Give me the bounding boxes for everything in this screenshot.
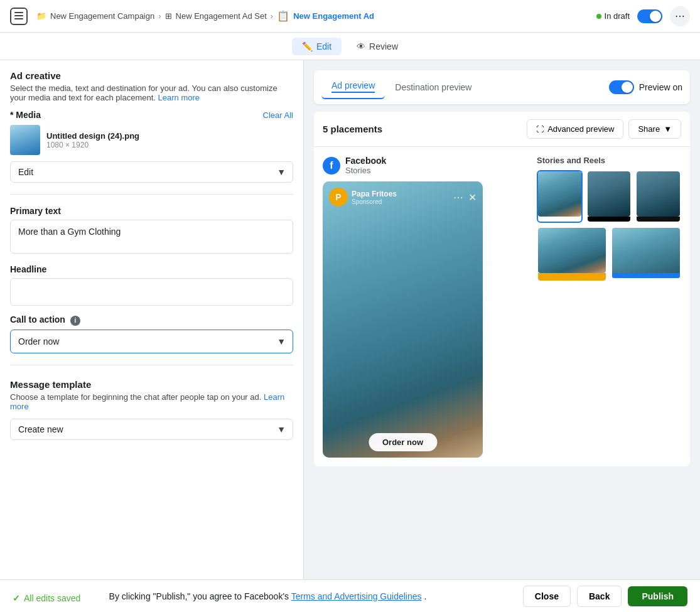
breadcrumb-campaign[interactable]: New Engagement Campaign	[50, 11, 154, 21]
thumbnail-3[interactable]	[635, 170, 681, 223]
preview-on-toggle: Preview on	[609, 80, 682, 94]
placement-name: Stories	[345, 166, 386, 175]
menu-icon	[14, 12, 23, 21]
bottom-actions: Close Back Publish	[523, 586, 687, 607]
section-title: Ad creative	[10, 70, 293, 81]
primary-text-label: Primary text	[10, 206, 293, 216]
draft-toggle[interactable]	[637, 9, 662, 23]
close-button[interactable]: Close	[523, 586, 571, 607]
headline-input[interactable]: Chat in Messenger	[10, 278, 293, 306]
ad-preview-tab[interactable]: Ad preview	[321, 75, 385, 99]
all-edits-saved: ✓ All edits saved	[13, 593, 80, 603]
thumbnails-grid-top	[537, 170, 681, 223]
cta-select[interactable]: Order now	[10, 330, 293, 353]
advanced-preview-button[interactable]: ⛶ Advanced preview	[527, 119, 623, 139]
breadcrumb-icon-adset: ⊞	[165, 11, 172, 21]
headline-label: Headline	[10, 264, 293, 274]
placements-header: 5 placements ⛶ Advanced preview Share ▼	[314, 112, 690, 147]
placements-count: 5 placements	[323, 124, 527, 134]
thumbnail-2[interactable]	[586, 170, 632, 223]
media-header: * Media Clear All	[10, 110, 293, 120]
divider-2	[10, 365, 293, 365]
media-label: * Media	[10, 110, 41, 120]
preview-tabs-bar: Ad preview Destination preview Preview o…	[314, 70, 690, 104]
cta-select-wrapper: Order now ▼	[10, 330, 293, 353]
stories-reels-label: Stories and Reels	[537, 156, 681, 165]
nav-right: In draft ⋯	[596, 6, 690, 26]
review-tab[interactable]: 👁 Review	[347, 38, 408, 55]
status-badge: In draft	[596, 11, 630, 21]
chevron-down-icon: ▼	[277, 167, 286, 177]
thumbnail-4[interactable]	[537, 227, 607, 282]
main-layout: Ad creative Select the media, text and d…	[0, 60, 700, 579]
story-user-info: Papa Fritoes Sponsored	[352, 190, 453, 205]
create-new-wrapper: Create new ▼	[10, 419, 293, 440]
divider	[10, 194, 293, 195]
breadcrumb-icon-campaign: 📁	[36, 11, 46, 21]
main-preview: f Facebook Stories P Papa Frito	[323, 156, 527, 458]
thumbnail-5[interactable]	[611, 227, 681, 282]
sub-nav: ✏️ Edit 👁 Review	[0, 33, 700, 60]
clear-all-button[interactable]: Clear All	[263, 110, 293, 120]
learn-more-link[interactable]: Learn more	[158, 93, 200, 102]
msg-template-title: Message template	[10, 379, 293, 390]
share-button[interactable]: Share ▼	[628, 119, 681, 139]
platform-name: Facebook	[345, 156, 386, 166]
destination-preview-tab[interactable]: Destination preview	[385, 77, 482, 97]
right-panel: Ad preview Destination preview Preview o…	[304, 60, 700, 579]
story-preview-card: P Papa Fritoes Sponsored ⋯ ✕	[323, 181, 483, 458]
more-dots-icon[interactable]: ⋯	[453, 191, 463, 203]
status-dot	[596, 14, 601, 19]
primary-text-input[interactable]: More than a Gym Clothing	[10, 220, 293, 254]
media-info: Untitled design (24).png 1080 × 1920	[46, 131, 293, 149]
checkmark-icon: ✓	[13, 593, 20, 603]
publish-button[interactable]: Publish	[628, 586, 687, 606]
close-story-icon[interactable]: ✕	[468, 191, 477, 203]
platform-header: f Facebook Stories	[323, 156, 527, 175]
chevron-down-share-icon: ▼	[664, 124, 672, 134]
thumbnails-grid-bottom	[537, 227, 681, 282]
eye-icon: 👁	[357, 41, 365, 51]
thumbnail-1[interactable]	[537, 170, 583, 223]
top-nav: 📁 New Engagement Campaign › ⊞ New Engage…	[0, 0, 700, 33]
facebook-icon: f	[323, 157, 340, 174]
create-new-dropdown[interactable]: Create new ▼	[10, 419, 293, 440]
edit-icon: ✏️	[302, 41, 313, 51]
media-filename: Untitled design (24).png	[46, 131, 293, 141]
story-avatar: P	[329, 188, 348, 207]
edit-dropdown[interactable]: Edit ▼	[10, 161, 293, 183]
section-desc: Select the media, text and destination f…	[10, 83, 293, 102]
bottom-bar: ✓ All edits saved By clicking "Publish,"…	[0, 579, 700, 612]
expand-icon: ⛶	[536, 125, 544, 134]
edit-dropdown-wrapper: Edit ▼	[10, 161, 293, 183]
legal-link[interactable]: Terms and Advertising Guidelines	[291, 591, 422, 601]
preview-content: f Facebook Stories P Papa Frito	[314, 147, 690, 466]
thumbnails-panel: Stories and Reels	[537, 156, 681, 458]
create-new-chevron-icon: ▼	[277, 424, 286, 434]
media-item: Untitled design (24).png 1080 × 1920	[10, 125, 293, 155]
info-icon[interactable]: i	[70, 316, 80, 326]
back-button[interactable]: Back	[577, 586, 622, 607]
story-actions: ⋯ ✕	[453, 191, 477, 203]
story-image	[323, 181, 483, 458]
media-thumbnail	[10, 125, 40, 155]
edit-tab[interactable]: ✏️ Edit	[292, 38, 342, 55]
preview-toggle-switch[interactable]	[609, 80, 634, 94]
breadcrumb-ad[interactable]: New Engagement Ad	[293, 11, 374, 21]
breadcrumb-adset[interactable]: New Engagement Ad Set	[176, 11, 267, 21]
left-panel: Ad creative Select the media, text and d…	[0, 60, 304, 579]
more-options-button[interactable]: ⋯	[670, 6, 690, 26]
msg-template-section: Message template Choose a template for b…	[10, 377, 293, 440]
sidebar-toggle[interactable]	[10, 8, 28, 25]
toggle-knob	[650, 11, 661, 22]
breadcrumb: 📁 New Engagement Campaign › ⊞ New Engage…	[36, 10, 596, 22]
legal-text: By clicking "Publish," you agree to Face…	[13, 591, 523, 601]
cta-label: Call to action i	[10, 314, 293, 326]
msg-template-desc: Choose a template for beginning the chat…	[10, 392, 293, 411]
story-cta-button[interactable]: Order now	[369, 433, 437, 451]
media-dims: 1080 × 1920	[46, 141, 293, 149]
